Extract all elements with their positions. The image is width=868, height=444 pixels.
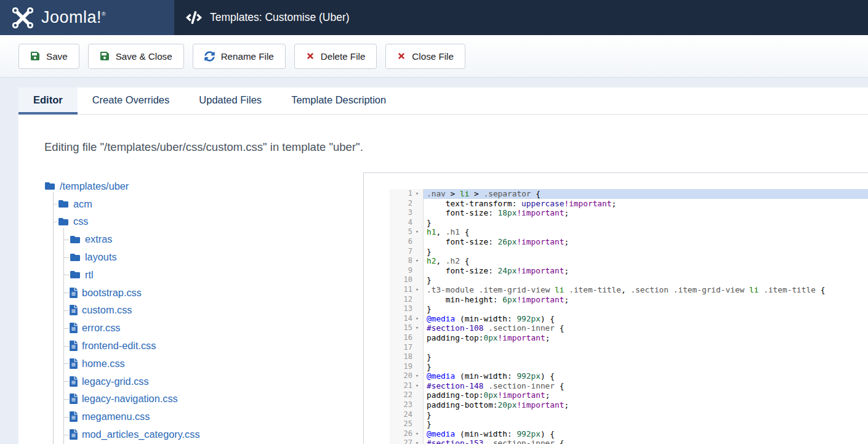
code-token <box>550 285 555 294</box>
fold-arrow-icon[interactable]: ▾ <box>412 189 422 199</box>
line-number: 12 <box>393 295 412 305</box>
code-token: ; <box>545 390 550 400</box>
tree-item-legacy-navigation-css[interactable]: legacy-navigation.css <box>44 390 364 408</box>
code-line-21[interactable]: #section-148 .section-inner { <box>424 381 868 391</box>
code-line-2[interactable]: text-transform: uppercase!important; <box>424 199 868 209</box>
tree-item-label[interactable]: layouts <box>85 251 117 263</box>
code-icon <box>186 11 202 24</box>
fold-arrow-icon[interactable]: ▾ <box>412 429 422 439</box>
tab-editor[interactable]: Editor <box>18 87 78 112</box>
fold-arrow-icon[interactable]: ▾ <box>412 314 422 324</box>
code-line-3[interactable]: font-size: 18px!important; <box>424 208 868 218</box>
tree-item-custom-css[interactable]: custom.css <box>44 302 364 320</box>
fold-arrow-icon[interactable]: ▾ <box>412 381 422 391</box>
tree-item-bootstrap-css[interactable]: bootstrap.css <box>44 284 364 302</box>
code-token: { <box>555 323 564 333</box>
code-line-18[interactable]: } <box>424 352 868 362</box>
line-number: 4 <box>393 218 412 228</box>
save-close-button[interactable]: Save & Close <box>88 44 184 69</box>
rename-file-button[interactable]: Rename File <box>193 44 286 69</box>
code-line-24[interactable]: } <box>424 410 868 420</box>
tree-item-label[interactable]: rtl <box>85 269 94 281</box>
tree-item-templates-uber[interactable]: /templates/uber <box>44 177 364 195</box>
line-number: 25 <box>393 419 412 429</box>
delete-file-button[interactable]: Delete File <box>294 44 377 69</box>
code-line-16[interactable]: padding-top:0px!important; <box>424 333 868 343</box>
tree-item-legacy-grid-css[interactable]: legacy-grid.css <box>44 373 364 390</box>
file-icon <box>70 323 78 333</box>
tree-item-label[interactable]: bootstrap.css <box>82 287 142 299</box>
code-token: .h1 <box>446 227 460 236</box>
page-title-block: Templates: Customise (Uber) <box>174 0 350 35</box>
code-token: #section-108 <box>427 323 483 333</box>
tree-item-label[interactable]: megamenu.css <box>82 411 150 422</box>
x-icon <box>397 52 406 60</box>
code-line-23[interactable]: padding-bottom:20px!important; <box>424 400 868 410</box>
tab-template-description[interactable]: Template Description <box>276 87 401 112</box>
tree-item-label[interactable]: mod_articles_category.css <box>82 429 200 440</box>
tree-item-extras[interactable]: extras <box>44 230 364 248</box>
code-line-7[interactable]: } <box>424 247 868 257</box>
code-line-12[interactable]: min-height: 6px!important; <box>424 295 868 305</box>
code-line-8[interactable]: h2, .h2 { <box>424 256 868 266</box>
tree-item-label[interactable]: home.css <box>82 358 125 369</box>
code-line-19[interactable]: } <box>424 362 868 372</box>
tab-create-overrides[interactable]: Create Overrides <box>78 87 185 112</box>
code-token: 20px <box>498 400 517 410</box>
tree-item-label[interactable]: acm <box>73 198 92 210</box>
tree-item-layouts[interactable]: layouts <box>44 248 364 266</box>
tree-item-home-css[interactable]: home.css <box>44 355 364 373</box>
code-line-25[interactable]: } <box>424 419 868 429</box>
code-line-11[interactable]: .t3-module .item-grid-view li .item-titl… <box>424 285 868 295</box>
tree-item-label[interactable]: /templates/uber <box>60 180 129 192</box>
code-line-27[interactable]: #section-153 .section-inner { <box>424 438 868 444</box>
code-line-6[interactable]: font-size: 26px!important; <box>424 237 868 247</box>
code-line-1[interactable]: .nav > li > .separator { <box>424 189 868 199</box>
file-tree: /templates/uberacmcssextraslayoutsrtlboo… <box>44 177 364 444</box>
code-line-14[interactable]: @media (min-width: 992px) { <box>424 314 868 324</box>
delete-file-button-label: Delete File <box>321 51 366 62</box>
tree-item-megamenu-css[interactable]: megamenu.css <box>44 408 364 426</box>
code-token: (min-width: <box>455 429 516 438</box>
tree-item-rtl[interactable]: rtl <box>44 266 364 284</box>
tree-item-acm[interactable]: acm <box>44 195 364 213</box>
fold-arrow-icon[interactable]: ▾ <box>412 438 422 444</box>
gutter-line-2: 2 <box>390 199 423 209</box>
code-token: .h2 <box>446 256 460 265</box>
tab-updated-files[interactable]: Updated Files <box>184 87 276 112</box>
tree-item-label[interactable]: frontend-edit.css <box>82 340 156 352</box>
save-button[interactable]: Save <box>18 44 79 69</box>
code-line-22[interactable]: padding-top:0px!important; <box>424 390 868 400</box>
code-line-13[interactable]: } <box>424 304 868 314</box>
code-token: , <box>436 227 445 236</box>
tree-item-label[interactable]: legacy-navigation.css <box>82 393 178 405</box>
tree-item-frontend-edit-css[interactable]: frontend-edit.css <box>44 337 364 355</box>
code-line-5[interactable]: h1, .h1 { <box>424 227 868 237</box>
code-token: font-size: <box>427 237 498 246</box>
tree-item-label[interactable]: error.css <box>82 322 120 334</box>
code-line-26[interactable]: @media (min-width: 992px) { <box>424 429 868 439</box>
fold-arrow-icon[interactable]: ▾ <box>412 285 422 295</box>
content-card: EditorCreate OverridesUpdated FilesTempl… <box>18 87 868 444</box>
code-editor[interactable]: 1▾2345▾678▾91011▾121314▾15▾1617181920▾21… <box>390 189 868 444</box>
tree-item-label[interactable]: legacy-grid.css <box>82 376 149 387</box>
fold-arrow-icon[interactable]: ▾ <box>412 256 422 266</box>
tree-item-label[interactable]: custom.css <box>82 304 132 316</box>
fold-arrow-icon[interactable]: ▾ <box>412 227 422 237</box>
folder-icon <box>70 235 81 244</box>
tree-item-error-css[interactable]: error.css <box>44 319 364 337</box>
tree-item-label[interactable]: extras <box>85 233 112 245</box>
tree-item-css[interactable]: css <box>44 213 364 231</box>
code-line-15[interactable]: #section-108 .section-inner { <box>424 323 868 333</box>
code-line-9[interactable]: font-size: 24px!important; <box>424 266 868 276</box>
fold-arrow-icon[interactable]: ▾ <box>412 371 422 381</box>
code-line-17[interactable] <box>424 343 868 353</box>
file-icon <box>70 376 78 387</box>
tree-item-label[interactable]: css <box>73 216 88 227</box>
close-file-button[interactable]: Close File <box>385 44 465 69</box>
code-line-20[interactable]: @media (min-width: 992px) { <box>424 371 868 381</box>
code-line-4[interactable]: } <box>424 218 868 228</box>
tree-item-mod-articles-category-css[interactable]: mod_articles_category.css <box>44 426 364 443</box>
code-line-10[interactable]: } <box>424 275 868 285</box>
fold-arrow-icon[interactable]: ▾ <box>412 323 422 333</box>
